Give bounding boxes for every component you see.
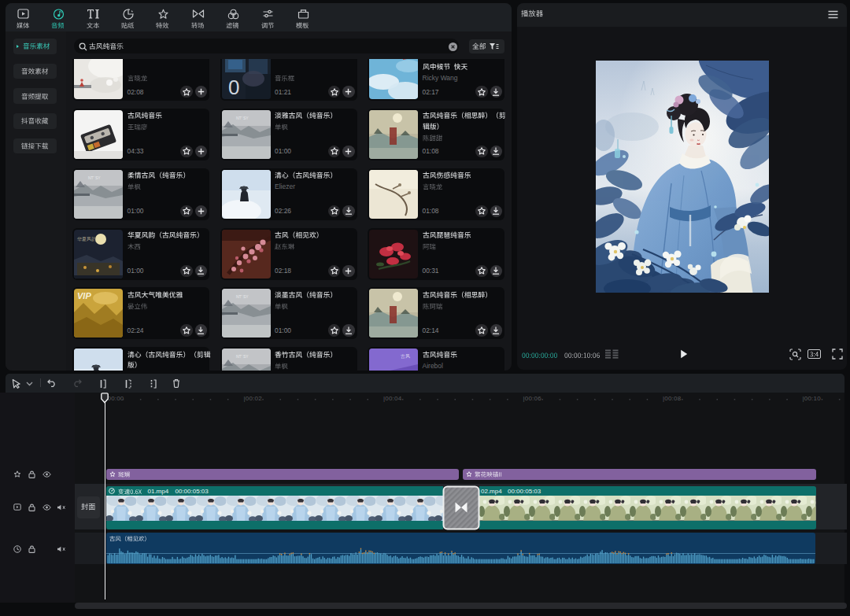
svg-text:NT' SY: NT' SY [236,354,249,359]
svg-text:古风: 古风 [401,354,410,360]
svg-text:NT' SY: NT' SY [236,294,249,299]
svg-text:华夏风韵: 华夏风韵 [77,237,96,242]
svg-text:NT' SY: NT' SY [236,116,249,120]
svg-text:NT' SY: NT' SY [88,175,101,180]
svg-text:VIP: VIP [77,291,91,301]
svg-text:0: 0 [228,76,239,99]
